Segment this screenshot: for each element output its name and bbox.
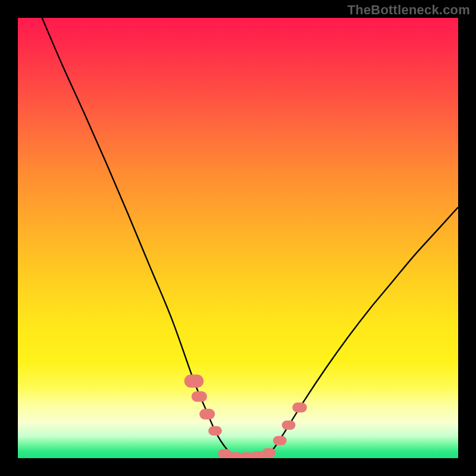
marker-left-cluster-mid <box>192 392 207 402</box>
plot-area <box>18 18 458 458</box>
marker-left-cluster-top <box>184 374 204 387</box>
marker-right-cluster-mid <box>282 421 296 430</box>
marker-left-cluster-low <box>199 409 215 419</box>
watermark-text: TheBottleneck.com <box>347 2 470 18</box>
bottleneck-curve <box>42 18 458 458</box>
marker-left-cluster-lower <box>208 426 222 436</box>
marker-right-cluster-low <box>273 436 287 446</box>
marker-group <box>184 374 307 458</box>
curve-layer <box>18 18 458 458</box>
marker-right-cluster-top <box>292 403 306 413</box>
marker-bottom-bar-e <box>262 448 275 458</box>
chart-frame: TheBottleneck.com <box>0 0 476 476</box>
